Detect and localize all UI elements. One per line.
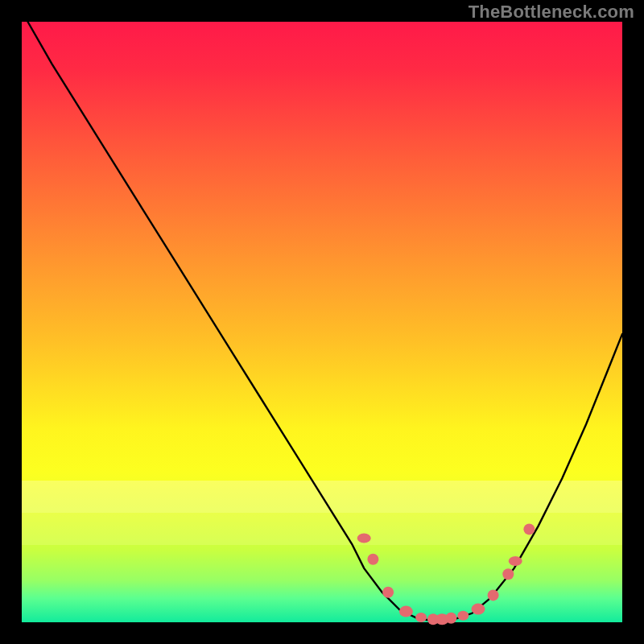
marker-dot xyxy=(509,556,522,566)
marker-dot xyxy=(415,613,427,622)
marker-dot xyxy=(445,613,456,624)
marker-dot xyxy=(367,554,378,565)
marker-dot xyxy=(488,589,499,601)
curve-svg xyxy=(22,22,622,622)
marker-dot xyxy=(457,611,469,621)
marker-dot xyxy=(502,568,514,580)
marker-dot xyxy=(382,587,394,598)
marker-dot xyxy=(399,606,413,617)
watermark-text: TheBottleneck.com xyxy=(469,3,634,21)
chart-stage: TheBottleneck.com xyxy=(0,0,644,644)
marker-dot xyxy=(523,523,535,535)
marker-dot xyxy=(357,534,371,543)
marker-dot xyxy=(472,604,485,615)
marker-dots xyxy=(357,523,535,625)
